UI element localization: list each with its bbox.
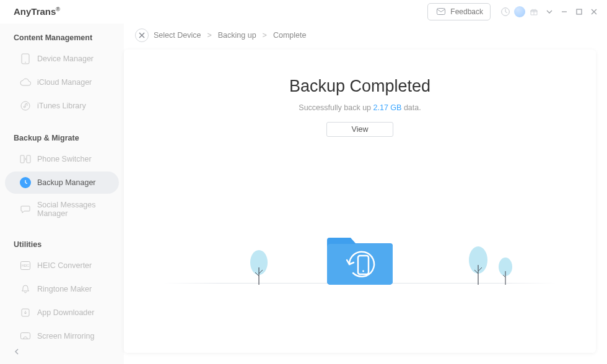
sidebar-item-device-manager[interactable]: Device Manager — [5, 48, 119, 70]
sidebar-heading-content: Content Management — [0, 28, 124, 47]
sidebar-heading-utilities: Utilities — [0, 235, 124, 254]
result-prefix: Successfully back up — [299, 103, 373, 112]
notification-bell-icon[interactable] — [499, 6, 512, 18]
tree-icon — [466, 245, 491, 286]
device-icon — [20, 53, 31, 64]
mail-icon — [435, 6, 447, 18]
result-suffix: data. — [404, 103, 421, 112]
breadcrumb-item[interactable]: Complete — [273, 31, 307, 40]
sidebar: Content Management Device Manager iCloud… — [0, 24, 124, 364]
sidebar-item-label: Social Messages Manager — [37, 201, 111, 218]
sidebar-item-label: HEIC Converter — [37, 261, 92, 270]
breadcrumb: Select Device > Backing up > Complete — [124, 24, 607, 50]
mirror-icon — [20, 331, 31, 342]
chat-icon — [20, 204, 31, 215]
sidebar-item-label: Device Manager — [37, 54, 94, 63]
sidebar-item-ringtone-maker[interactable]: Ringtone Maker — [5, 278, 119, 300]
sidebar-item-label: Backup Manager — [37, 178, 96, 187]
view-button[interactable]: View — [326, 122, 393, 137]
clock-icon — [20, 177, 31, 188]
app-reg-mark: ® — [56, 6, 60, 12]
sidebar-item-label: iTunes Library — [37, 102, 86, 110]
app-name-text: AnyTrans — [14, 6, 56, 17]
svg-rect-2 — [577, 9, 582, 14]
bell-icon — [20, 284, 31, 295]
sidebar-item-label: iCloud Manager — [37, 78, 92, 87]
svg-point-4 — [25, 62, 26, 63]
sidebar-item-label: Screen Mirroring — [37, 332, 94, 340]
sidebar-item-icloud-manager[interactable]: iCloud Manager — [5, 71, 119, 93]
sidebar-item-phone-switcher[interactable]: Phone Switcher — [5, 148, 119, 170]
sidebar-item-social-messages[interactable]: Social Messages Manager — [5, 195, 119, 223]
breadcrumb-close-button[interactable] — [135, 28, 149, 42]
sidebar-collapse-button[interactable] — [14, 347, 24, 357]
maximize-button[interactable] — [574, 6, 585, 17]
svg-rect-6 — [20, 155, 24, 163]
tree-icon — [248, 249, 270, 286]
sidebar-item-itunes-library[interactable]: iTunes Library — [5, 95, 119, 117]
app-name: AnyTrans® — [14, 6, 60, 17]
itunes-icon — [20, 100, 31, 111]
sidebar-item-backup-manager[interactable]: Backup Manager — [5, 171, 119, 194]
user-avatar[interactable] — [514, 6, 525, 17]
svg-rect-0 — [437, 9, 445, 15]
minimize-button[interactable] — [559, 6, 570, 17]
sidebar-item-heic-converter[interactable]: HEIC HEIC Converter — [5, 254, 119, 277]
chevron-right-icon: > — [263, 31, 267, 40]
chevron-right-icon: > — [207, 31, 211, 40]
svg-text:HEIC: HEIC — [22, 264, 29, 267]
titlebar: AnyTrans® Feedback — [0, 0, 607, 24]
main-area: Select Device > Backing up > Complete Ba… — [124, 24, 607, 364]
tree-icon — [497, 256, 514, 286]
backup-folder-icon — [327, 230, 393, 286]
feedback-label: Feedback — [450, 7, 483, 16]
gift-icon[interactable] — [528, 6, 540, 18]
breadcrumb-item[interactable]: Backing up — [218, 31, 256, 40]
svg-rect-7 — [27, 155, 30, 163]
sidebar-item-label: Phone Switcher — [37, 155, 92, 163]
svg-rect-23 — [327, 244, 393, 285]
sidebar-heading-backup: Backup & Migrate — [0, 129, 124, 147]
result-title: Backup Completed — [124, 77, 596, 96]
sidebar-item-label: Ringtone Maker — [37, 285, 92, 293]
dropdown-button[interactable] — [544, 6, 555, 17]
svg-point-25 — [362, 271, 364, 272]
illustration — [124, 217, 596, 353]
cloud-icon — [20, 77, 31, 88]
feedback-button[interactable]: Feedback — [427, 3, 491, 20]
result-card: Backup Completed Successfully back up 2.… — [124, 50, 596, 353]
svg-rect-11 — [21, 333, 30, 339]
sidebar-item-label: App Downloader — [37, 308, 94, 317]
sidebar-item-screen-mirroring[interactable]: Screen Mirroring — [5, 325, 119, 347]
breadcrumb-item[interactable]: Select Device — [154, 31, 201, 40]
download-icon — [20, 307, 31, 318]
result-size: 2.17 GB — [373, 103, 402, 112]
switch-icon — [20, 154, 31, 165]
close-button[interactable] — [588, 6, 600, 17]
heic-icon: HEIC — [20, 260, 31, 271]
sidebar-item-app-downloader[interactable]: App Downloader — [5, 301, 119, 324]
result-subtitle: Successfully back up 2.17 GB data. — [124, 103, 596, 112]
